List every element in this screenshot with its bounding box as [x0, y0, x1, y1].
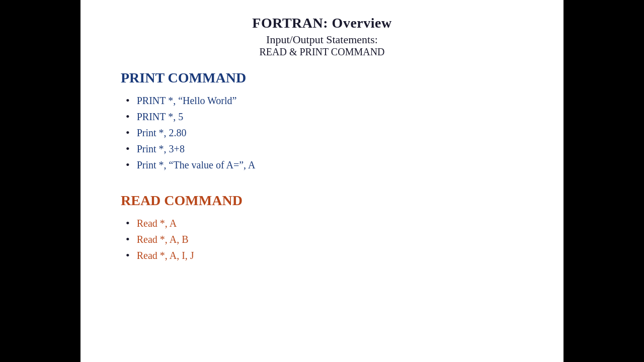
slide: FORTRAN: Overview Input/Output Statement…: [80, 0, 564, 362]
list-item: Print *, “The value of A=”, A: [126, 158, 255, 171]
list-item: Print *, 3+8: [126, 142, 255, 155]
header: FORTRAN: Overview Input/Output Statement…: [111, 15, 533, 58]
print-bullet-list: PRINT *, “Hello World” PRINT *, 5 Print …: [126, 94, 255, 174]
read-command-title: READ COMMAND: [121, 193, 243, 209]
list-item: Read *, A, B: [126, 233, 194, 246]
main-title: FORTRAN: Overview: [111, 15, 533, 31]
read-bullet-list: Read *, A Read *, A, B Read *, A, I, J: [126, 217, 194, 265]
print-command-title: PRINT COMMAND: [121, 70, 246, 86]
list-item: PRINT *, 5: [126, 110, 255, 123]
list-item: Read *, A: [126, 217, 194, 230]
list-item: Print *, 2.80: [126, 126, 255, 139]
list-item: Read *, A, I, J: [126, 249, 194, 262]
subtitle-sub: READ & PRINT COMMAND: [111, 46, 533, 58]
list-item: PRINT *, “Hello World”: [126, 94, 255, 107]
subtitle: Input/Output Statements:: [111, 33, 533, 46]
